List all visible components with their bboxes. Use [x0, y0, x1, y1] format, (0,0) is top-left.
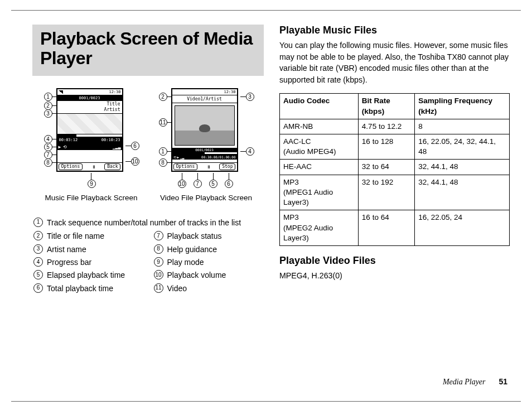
- repeat-icon: ⟲: [173, 155, 176, 159]
- video-subject: [199, 124, 210, 132]
- callout-1: [44, 93, 52, 100]
- center-softkey-icon[interactable]: ⏸: [206, 165, 211, 170]
- callout-11: [159, 118, 167, 126]
- repeat-icon: ⟲: [63, 144, 67, 149]
- callout-6b: [225, 180, 233, 187]
- callout-2b: [159, 93, 167, 100]
- elapsed-time: 00:30:00: [201, 155, 217, 159]
- callout-8b: [159, 158, 167, 166]
- callout-7: [44, 151, 52, 158]
- play-icon: ▶: [177, 155, 180, 159]
- video-ground: [175, 131, 234, 146]
- title-line: Title: [57, 101, 122, 107]
- clock: 12:30: [224, 90, 235, 94]
- callout-6: [131, 142, 139, 149]
- video-title-line: Video1/Artist: [172, 95, 237, 103]
- callout-10b: [178, 180, 186, 187]
- left-softkey[interactable]: Options: [173, 163, 198, 170]
- callout-3b: [246, 93, 254, 100]
- softkey-bar: Options ⏸ Stop: [172, 162, 237, 171]
- left-softkey[interactable]: Options: [59, 163, 83, 170]
- artist-line: Artist: [57, 107, 122, 114]
- status-row: ⟲ ▶ ▁▂ 00:30:00/01:00:00: [172, 155, 237, 160]
- callout-3: [44, 109, 52, 117]
- video-frame: [175, 105, 235, 146]
- callout-4b: [246, 147, 254, 155]
- callout-8: [44, 158, 52, 166]
- callout-5b: [209, 180, 217, 187]
- right-softkey[interactable]: Back: [104, 163, 120, 170]
- music-playback-screenshot: 12:30 0001/0023 Title Artist 00:03:12 00…: [44, 86, 139, 203]
- page-footer: Media Player 51: [443, 377, 507, 387]
- callout-7b: [194, 180, 201, 187]
- video-playback-screenshot: 12:30 Video1/Artist 0001/0023 ⟲: [159, 86, 254, 203]
- status-bar: 12:30: [57, 89, 122, 95]
- total-time: 00:10:23: [101, 138, 120, 142]
- center-softkey-icon[interactable]: ⏸: [91, 165, 96, 170]
- status-bar: 12:30: [172, 89, 237, 95]
- status-row: ▶ ⟲ ▁▂▃: [57, 143, 122, 150]
- right-softkey[interactable]: Stop: [219, 163, 235, 170]
- callout-4: [44, 135, 52, 143]
- total-time: 01:00:00: [220, 155, 236, 159]
- time-row: 00:03:12 00:10:23: [57, 137, 122, 143]
- progress-bar: [172, 152, 237, 155]
- play-icon: ▶: [59, 144, 61, 149]
- elapsed-time: 00:03:12: [59, 138, 78, 142]
- signal-icon: [59, 90, 63, 94]
- callout-10: [131, 157, 139, 165]
- callout-5: [44, 143, 52, 151]
- callout-1b: [159, 147, 167, 155]
- callout-2: [44, 102, 52, 109]
- track-counter: 0001/0023: [57, 95, 122, 101]
- progress-bar: [57, 134, 122, 137]
- footer-section: Media Player: [443, 378, 486, 386]
- callout-9: [88, 180, 95, 187]
- softkey-bar: Options ⏸ Back: [57, 162, 122, 171]
- clock: 12:30: [109, 90, 120, 94]
- footer-page-number: 51: [499, 377, 507, 386]
- album-art-area: [57, 114, 122, 134]
